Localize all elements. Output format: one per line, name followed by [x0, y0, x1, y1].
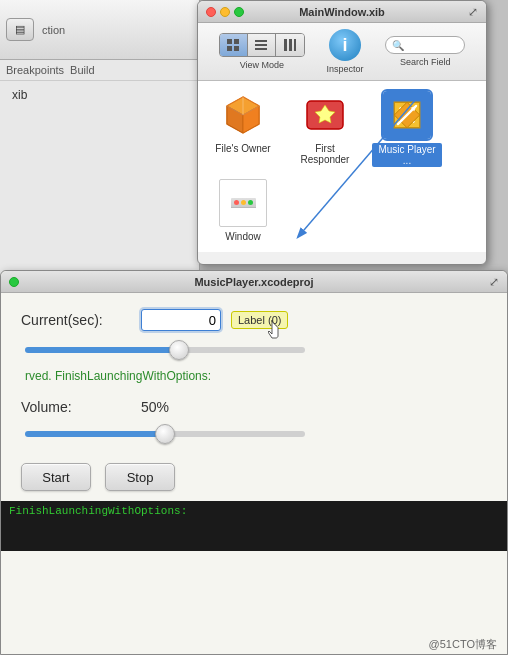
xcode-toolbar: ▤ ction	[0, 0, 199, 60]
inspector-label: Inspector	[326, 64, 363, 74]
music-player-label: Music Player ...	[372, 143, 442, 167]
xcodeproj-window: MusicPlayer.xcodeproj ⤢ Current(sec): La…	[0, 270, 508, 655]
volume-slider-row	[21, 431, 487, 437]
window-obj-icon	[219, 179, 267, 227]
nav-label-action: ction	[42, 24, 65, 36]
files-owner-label: File's Owner	[215, 143, 270, 154]
files-owner-icon	[219, 91, 267, 139]
xib-resize-icon[interactable]: ⤢	[468, 5, 478, 19]
current-slider-thumb[interactable]	[169, 340, 189, 360]
window-obj-label: Window	[225, 231, 261, 242]
xib-toolbar: View Mode i Inspector 🔍 Search Field	[198, 23, 486, 81]
view-mode-btn-column[interactable]	[276, 34, 304, 56]
current-slider-track[interactable]	[25, 347, 305, 353]
view-mode-btn-list[interactable]	[248, 34, 276, 56]
file-xib[interactable]: xib	[4, 85, 195, 105]
view-mode-btn-icons[interactable]	[220, 34, 248, 56]
search-field-group[interactable]: 🔍 Search Field	[385, 36, 465, 67]
xib-object-list: File's Owner First Responder	[198, 81, 486, 252]
xib-tl-red[interactable]	[206, 7, 216, 17]
nav-build: Build	[70, 64, 94, 76]
svg-rect-0	[227, 39, 232, 44]
volume-label: Volume:	[21, 399, 131, 415]
xib-window: MainWindow.xib ⤢ View Mode i Inspector	[197, 0, 487, 265]
first-responder-icon	[301, 91, 349, 139]
tooltip-label: Label (0)	[231, 311, 288, 329]
svg-rect-4	[255, 40, 267, 42]
xib-object-first-responder[interactable]: First Responder	[290, 91, 360, 167]
volume-slider-track[interactable]	[25, 431, 305, 437]
toolbar-icon: ▤	[15, 23, 25, 35]
xib-object-music-player[interactable]: Music Player ...	[372, 91, 442, 167]
inspector-icon[interactable]: i	[329, 29, 361, 61]
view-mode-buttons[interactable]	[219, 33, 305, 57]
xcodeproj-titlebar: MusicPlayer.xcodeproj ⤢	[1, 271, 507, 293]
svg-rect-3	[234, 46, 239, 51]
stop-button[interactable]: Stop	[105, 463, 175, 491]
current-input[interactable]	[141, 309, 221, 331]
svg-rect-2	[227, 46, 232, 51]
music-player-icon-wrapper	[383, 91, 431, 139]
proj-resize-icon[interactable]: ⤢	[489, 275, 499, 289]
bottom-buttons: Start Stop	[1, 453, 507, 501]
current-row: Current(sec): Label (0)	[21, 309, 487, 331]
xcode-action-btn[interactable]: ▤	[6, 18, 34, 41]
nav-breakpoints: Breakpoints	[6, 64, 64, 76]
watermark: @51CTO博客	[429, 637, 497, 652]
svg-rect-5	[255, 44, 267, 46]
volume-row: Volume: 50%	[21, 399, 487, 415]
search-icon: 🔍	[392, 40, 404, 51]
view-mode-label: View Mode	[240, 60, 284, 70]
xcodeproj-content: Current(sec): Label (0) rved. FinishLaun…	[1, 293, 507, 453]
search-field-box[interactable]: 🔍	[385, 36, 465, 54]
svg-rect-1	[234, 39, 239, 44]
reserved-label: rved. FinishLaunchingWithOptions:	[25, 369, 211, 383]
sidebar-list: xib	[0, 81, 199, 109]
first-responder-label: First Responder	[290, 143, 360, 165]
xib-titlebar: MainWindow.xib ⤢	[198, 1, 486, 23]
proj-status-dot	[9, 277, 19, 287]
nav-bar: Breakpoints Build	[0, 60, 199, 81]
svg-rect-6	[255, 48, 267, 50]
xib-object-window[interactable]: Window	[208, 179, 278, 242]
reserved-text: rved. FinishLaunchingWithOptions:	[21, 369, 487, 383]
svg-rect-9	[294, 39, 296, 51]
start-button[interactable]: Start	[21, 463, 91, 491]
log-text: FinishLaunchingWithOptions:	[9, 505, 187, 517]
log-area: FinishLaunchingWithOptions:	[1, 501, 507, 551]
svg-rect-8	[289, 39, 292, 51]
svg-rect-7	[284, 39, 287, 51]
view-mode-group: View Mode	[219, 33, 305, 70]
current-label: Current(sec):	[21, 312, 131, 328]
volume-value: 50%	[141, 399, 169, 415]
xib-tl-green[interactable]	[234, 7, 244, 17]
xib-object-files-owner[interactable]: File's Owner	[208, 91, 278, 167]
xcodeproj-title: MusicPlayer.xcodeproj	[1, 276, 507, 288]
inspector-group[interactable]: i Inspector	[326, 29, 363, 74]
volume-slider-thumb[interactable]	[155, 424, 175, 444]
xib-tl-yellow[interactable]	[220, 7, 230, 17]
current-slider-row	[21, 347, 487, 353]
search-field-label: Search Field	[400, 57, 451, 67]
